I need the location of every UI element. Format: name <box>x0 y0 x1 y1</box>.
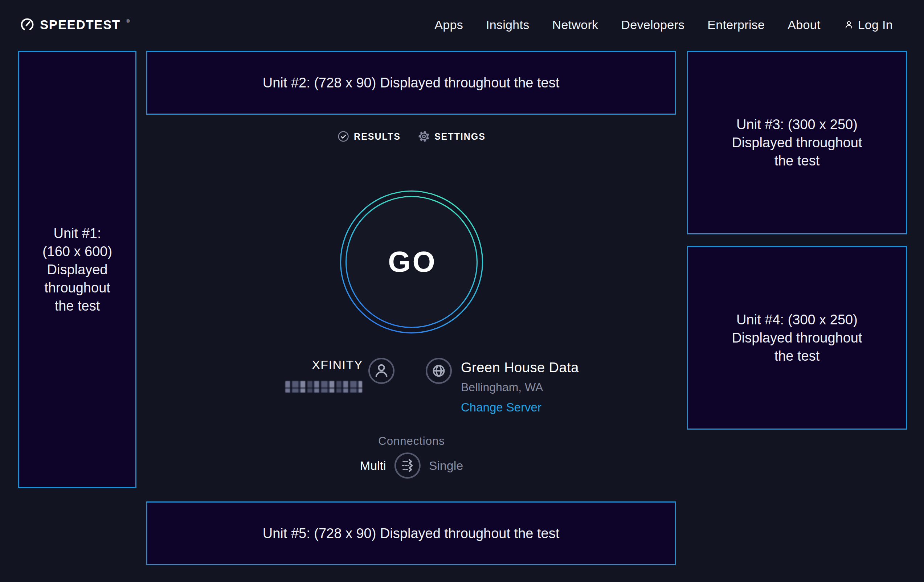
speedometer-icon <box>20 17 35 32</box>
tab-results[interactable]: RESULTS <box>338 130 401 142</box>
login-button[interactable]: Log In <box>843 18 893 32</box>
go-label: GO <box>339 190 484 335</box>
ad-unit-5-text: Unit #5: (728 x 90) Displayed throughout… <box>263 524 559 542</box>
server-info: Green House Data Bellingham, WA Change S… <box>461 360 579 414</box>
isp-person-circle-icon <box>368 358 395 384</box>
check-circle-icon <box>338 130 349 142</box>
connection-mode-toggle-icon[interactable] <box>394 452 421 479</box>
logo-text: SPEEDTEST <box>40 17 120 32</box>
results-label: RESULTS <box>354 131 401 142</box>
ad-unit-4-text: Unit #4: (300 x 250) Displayed throughou… <box>732 311 862 365</box>
ad-unit-3[interactable]: Unit #3: (300 x 250) Displayed throughou… <box>687 51 907 234</box>
ad-unit-1[interactable]: Unit #1: (160 x 600) Displayed throughou… <box>18 51 137 488</box>
server-name: Green House Data <box>461 360 579 376</box>
settings-label: SETTINGS <box>434 131 485 142</box>
login-label: Log In <box>858 18 893 32</box>
nav-item-developers[interactable]: Developers <box>621 18 685 32</box>
logo-trademark: ® <box>127 19 130 24</box>
isp-name: XFINITY <box>254 358 363 372</box>
nav-item-about[interactable]: About <box>787 18 820 32</box>
server-location: Bellingham, WA <box>461 381 579 394</box>
ad-unit-3-text: Unit #3: (300 x 250) Displayed throughou… <box>732 115 862 170</box>
server-globe-circle-icon <box>425 358 452 384</box>
nav-item-enterprise[interactable]: Enterprise <box>707 18 765 32</box>
connections-label: Connections <box>378 435 445 448</box>
connections-single-option[interactable]: Single <box>429 458 464 473</box>
change-server-link[interactable]: Change Server <box>461 401 541 414</box>
tabs-row: RESULTS SETTINGS <box>338 130 485 142</box>
redacted-ip <box>285 381 362 392</box>
gear-icon <box>418 130 430 142</box>
person-icon <box>843 19 854 30</box>
ad-unit-2-text: Unit #2: (728 x 90) Displayed throughout… <box>263 74 559 92</box>
ad-unit-2[interactable]: Unit #2: (728 x 90) Displayed throughout… <box>146 51 676 115</box>
ad-unit-1-text: Unit #1: (160 x 600) Displayed throughou… <box>43 224 112 315</box>
connections-multi-option[interactable]: Multi <box>360 458 386 473</box>
ad-unit-5[interactable]: Unit #5: (728 x 90) Displayed throughout… <box>146 501 676 565</box>
speedtest-page: SPEEDTEST ® Apps Insights Network Develo… <box>0 0 924 582</box>
nav-item-network[interactable]: Network <box>553 18 599 32</box>
ad-unit-4[interactable]: Unit #4: (300 x 250) Displayed throughou… <box>687 246 907 430</box>
main-nav: Apps Insights Network Developers Enterpr… <box>434 18 893 32</box>
tab-settings[interactable]: SETTINGS <box>418 130 485 142</box>
top-nav-bar: SPEEDTEST ® Apps Insights Network Develo… <box>0 0 924 49</box>
go-button[interactable]: GO <box>339 190 484 335</box>
nav-item-apps[interactable]: Apps <box>434 18 463 32</box>
nav-item-insights[interactable]: Insights <box>486 18 530 32</box>
speedtest-logo[interactable]: SPEEDTEST ® <box>20 17 130 32</box>
connections-toggle-row: Multi Single <box>360 452 463 479</box>
